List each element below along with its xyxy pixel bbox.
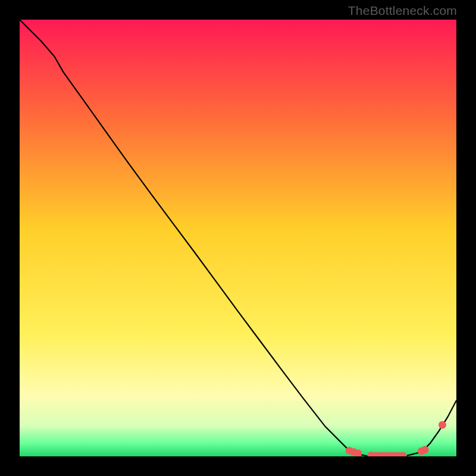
curve-marker-dot <box>421 446 429 454</box>
chart-svg <box>20 20 456 456</box>
chart-background-gradient <box>20 20 456 456</box>
watermark-label: TheBottleneck.com <box>348 4 457 18</box>
curve-marker-dot <box>439 421 446 429</box>
chart-plot-area <box>20 20 456 456</box>
